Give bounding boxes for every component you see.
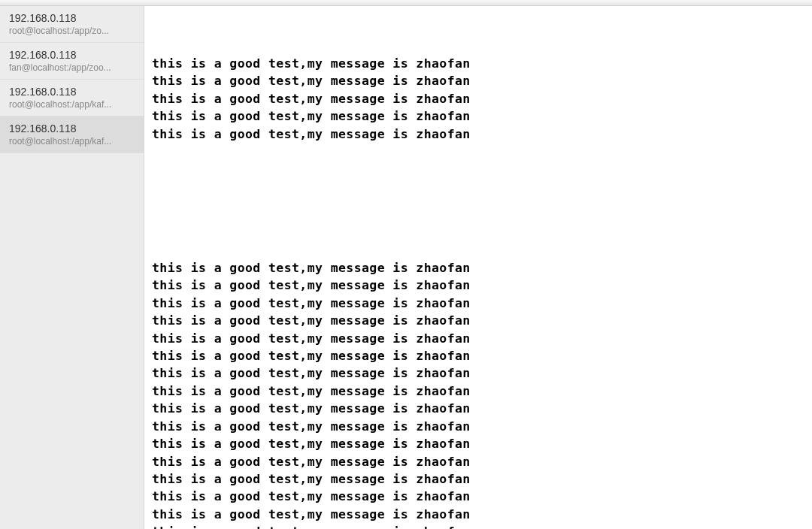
terminal-line: this is a good test,my message is zhaofa…: [152, 435, 804, 452]
session-path: fan@localhost:/app/zoo...: [9, 62, 136, 73]
main-container: 192.168.0.118root@localhost:/app/zo...19…: [0, 6, 812, 529]
terminal-line: this is a good test,my message is zhaofa…: [152, 72, 804, 89]
terminal-output-block: this is a good test,my message is zhaofa…: [152, 55, 804, 143]
terminal-line: this is a good test,my message is zhaofa…: [152, 312, 804, 329]
session-path: root@localhost:/app/kaf...: [9, 99, 136, 110]
terminal-line: this is a good test,my message is zhaofa…: [152, 90, 804, 107]
terminal-line: this is a good test,my message is zhaofa…: [152, 400, 804, 417]
terminal-line: this is a good test,my message is zhaofa…: [152, 488, 804, 505]
sidebar-item-session[interactable]: 192.168.0.118root@localhost:/app/zo...: [0, 6, 144, 43]
terminal-line: this is a good test,my message is zhaofa…: [152, 506, 804, 523]
titlebar: [0, 0, 812, 6]
sidebar-item-session[interactable]: 192.168.0.118fan@localhost:/app/zoo...: [0, 43, 144, 80]
terminal-line: this is a good test,my message is zhaofa…: [152, 364, 804, 382]
terminal-line: this is a good test,my message is zhaofa…: [152, 107, 804, 125]
terminal-line: this is a good test,my message is zhaofa…: [152, 418, 804, 435]
session-host: 192.168.0.118: [9, 86, 136, 98]
terminal-line: this is a good test,my message is zhaofa…: [152, 470, 804, 488]
terminal-line: this is a good test,my message is zhaofa…: [152, 330, 804, 347]
terminal-line: this is a good test,my message is zhaofa…: [152, 277, 804, 294]
session-host: 192.168.0.118: [9, 49, 136, 61]
session-path: root@localhost:/app/kaf...: [9, 136, 136, 147]
terminal-line: this is a good test,my message is zhaofa…: [152, 125, 804, 143]
terminal-line: this is a good test,my message is zhaofa…: [152, 259, 804, 277]
terminal-content: this is a good test,my message is zhaofa…: [152, 20, 804, 529]
terminal-line: this is a good test,my message is zhaofa…: [152, 347, 804, 364]
terminal-line: this is a good test,my message is zhaofa…: [152, 523, 804, 529]
terminal-line: this is a good test,my message is zhaofa…: [152, 382, 804, 400]
session-host: 192.168.0.118: [9, 12, 136, 24]
sidebar-item-session[interactable]: 192.168.0.118root@localhost:/app/kaf...: [0, 80, 144, 116]
terminal-line: this is a good test,my message is zhaofa…: [152, 55, 804, 72]
terminal-line: this is a good test,my message is zhaofa…: [152, 295, 804, 312]
terminal-line: this is a good test,my message is zhaofa…: [152, 453, 804, 470]
terminal-area[interactable]: this is a good test,my message is zhaofa…: [144, 6, 812, 529]
session-host: 192.168.0.118: [9, 122, 136, 135]
sidebar-item-session[interactable]: 192.168.0.118root@localhost:/app/kaf...: [0, 116, 144, 153]
sidebar: 192.168.0.118root@localhost:/app/zo...19…: [0, 6, 144, 529]
terminal-output-block: this is a good test,my message is zhaofa…: [152, 259, 804, 529]
terminal-gap: [152, 143, 804, 259]
session-path: root@localhost:/app/zo...: [9, 26, 136, 36]
